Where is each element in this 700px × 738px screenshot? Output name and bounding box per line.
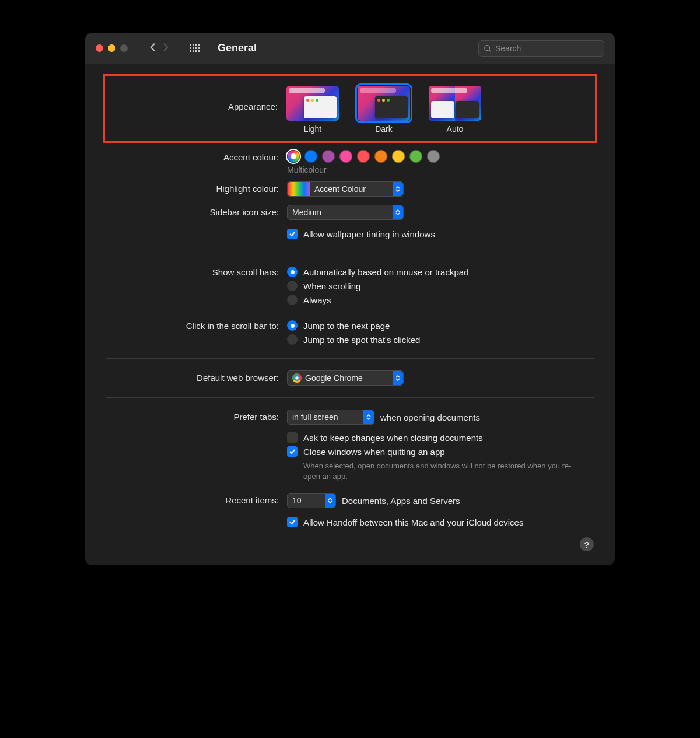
scrollbars-option-label: Automatically based on mouse or trackpad [303, 267, 468, 277]
handoff-checkbox[interactable] [287, 517, 298, 527]
sidebar-icon-size-value: Medium [292, 208, 388, 217]
accent-swatch-yellow[interactable] [392, 150, 405, 163]
preferences-window: General Appearance: Light [85, 33, 615, 565]
minimize-window-button[interactable] [108, 44, 116, 52]
scrollclick-radio-next[interactable] [287, 320, 298, 331]
close-window-button[interactable] [96, 44, 103, 52]
show-all-icon[interactable] [190, 44, 200, 52]
accent-swatch-graphite[interactable] [427, 150, 440, 163]
chrome-icon [292, 373, 302, 383]
highlight-colour-value: Accent Colour [314, 184, 388, 194]
prefer-tabs-label: Prefer tabs: [106, 410, 287, 422]
divider [106, 358, 594, 359]
nav-arrows [148, 42, 171, 55]
highlight-colour-label: Highlight colour: [106, 181, 287, 194]
appearance-label: Appearance: [105, 85, 286, 111]
divider [106, 253, 594, 253]
scrollbars-radio-auto[interactable] [287, 267, 298, 277]
scrollbars-radio-always[interactable] [287, 295, 298, 305]
appearance-options: Light Dark [286, 85, 595, 134]
appearance-option-auto[interactable]: Auto [428, 85, 482, 134]
scrollbars-option-label: Always [303, 295, 331, 305]
help-button[interactable]: ? [580, 537, 594, 551]
prefer-tabs-value: in full screen [292, 412, 359, 422]
scrollclick-radio-spot[interactable] [287, 334, 298, 345]
ask-keep-changes-checkbox[interactable] [287, 432, 298, 443]
scrollclick-option-label: Jump to the next page [303, 321, 390, 331]
appearance-option-light[interactable]: Light [286, 85, 340, 134]
chevron-updown-icon [363, 410, 374, 424]
search-icon [484, 44, 492, 53]
accent-colour-swatches [287, 150, 594, 163]
appearance-highlight-box: Appearance: Light Dark [103, 74, 597, 143]
close-windows-note: When selected, open documents and window… [303, 461, 583, 481]
accent-swatch-orange[interactable] [374, 150, 387, 163]
wallpaper-tinting-checkbox[interactable] [287, 229, 298, 239]
back-button[interactable] [148, 42, 158, 55]
accent-swatch-red[interactable] [357, 150, 370, 163]
accent-swatch-pink[interactable] [340, 150, 352, 163]
chevron-updown-icon [393, 371, 403, 385]
recent-items-label: Recent items: [106, 493, 287, 505]
window-title: General [218, 42, 257, 54]
zoom-window-button[interactable] [120, 44, 128, 52]
appearance-option-label: Auto [447, 124, 464, 134]
default-browser-select[interactable]: Google Chrome [287, 370, 404, 386]
highlight-colour-preview-icon [288, 182, 310, 196]
scrollclick-option-label: Jump to the spot that's clicked [303, 335, 420, 345]
close-windows-checkbox[interactable] [287, 446, 298, 457]
chevron-updown-icon [325, 494, 335, 508]
chevron-updown-icon [393, 205, 403, 219]
scrollclick-label: Click in the scroll bar to: [106, 319, 287, 331]
highlight-colour-select[interactable]: Accent Colour [287, 181, 404, 197]
preferences-body: Appearance: Light Dark [85, 64, 615, 565]
window-controls [96, 44, 128, 52]
handoff-label: Allow Handoff between this Mac and your … [303, 517, 523, 527]
prefer-tabs-select[interactable]: in full screen [287, 410, 374, 425]
divider [106, 397, 594, 398]
accent-colour-name: Multicolour [287, 165, 594, 174]
accent-swatch-multicolour[interactable] [287, 150, 300, 163]
scrollbars-option-label: When scrolling [303, 281, 360, 291]
prefer-tabs-suffix: when opening documents [380, 412, 480, 422]
search-input[interactable] [495, 44, 599, 53]
recent-items-suffix: Documents, Apps and Servers [342, 496, 460, 506]
scrollbars-label: Show scroll bars: [106, 265, 287, 277]
default-browser-label: Default web browser: [106, 370, 287, 383]
forward-button [160, 42, 171, 55]
sidebar-icon-size-select[interactable]: Medium [287, 205, 404, 220]
accent-swatch-purple[interactable] [322, 150, 335, 163]
titlebar: General [85, 33, 615, 64]
search-field[interactable] [478, 40, 604, 57]
default-browser-value: Google Chrome [305, 373, 388, 383]
accent-colour-label: Accent colour: [106, 150, 287, 162]
ask-keep-changes-label: Ask to keep changes when closing documen… [303, 433, 483, 443]
appearance-option-label: Dark [375, 124, 393, 134]
svg-point-0 [485, 45, 490, 50]
scrollbars-radio-scrolling[interactable] [287, 281, 298, 291]
chevron-updown-icon [393, 182, 403, 196]
close-windows-label: Close windows when quitting an app [303, 447, 445, 457]
appearance-option-label: Light [304, 124, 321, 134]
wallpaper-tinting-label: Allow wallpaper tinting in windows [303, 229, 435, 239]
appearance-option-dark[interactable]: Dark [357, 85, 411, 134]
sidebar-icon-size-label: Sidebar icon size: [106, 205, 287, 217]
accent-swatch-green[interactable] [410, 150, 422, 163]
recent-items-select[interactable]: 10 [287, 493, 336, 508]
accent-swatch-blue[interactable] [304, 150, 317, 163]
recent-items-value: 10 [292, 496, 320, 505]
